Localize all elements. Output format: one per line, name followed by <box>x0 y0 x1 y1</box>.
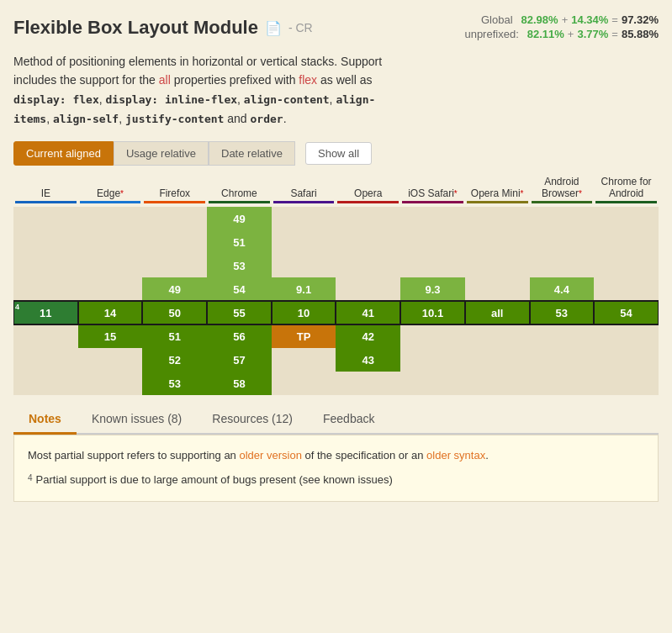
browser-header-android-browser: Android Browser* <box>530 172 595 207</box>
table-cell: 51 <box>207 230 272 254</box>
table-cell <box>78 277 143 301</box>
browser-header-safari: Safari <box>272 172 336 207</box>
table-cell <box>78 254 143 277</box>
table-cell <box>142 254 207 277</box>
table-cell <box>465 348 530 372</box>
bottom-tab-bar: Notes Known issues (8) Resources (12) Fe… <box>13 405 659 435</box>
table-cell: 43 <box>336 348 400 372</box>
table-cell: 56 <box>207 324 272 348</box>
desc-mid: properties prefixed with <box>171 73 299 87</box>
table-cell: all <box>465 301 530 324</box>
unprefixed-label: unprefixed: <box>464 28 518 40</box>
table-cell <box>400 348 465 372</box>
table-cell <box>78 230 143 254</box>
table-cell: 54 <box>594 301 659 324</box>
unprefixed-plus: + <box>568 28 574 40</box>
older-version-link[interactable]: older version <box>239 449 301 462</box>
table-cell <box>78 348 143 372</box>
table-cell: 57 <box>207 348 272 372</box>
table-cell: 49 <box>207 207 272 230</box>
table-cell <box>13 230 78 254</box>
unprefixed-green: 82.11% <box>527 28 564 40</box>
table-cell: 58 <box>207 372 272 395</box>
table-cell <box>13 372 78 395</box>
table-cell <box>530 372 595 395</box>
table-cell <box>465 277 530 301</box>
notes-area: Most partial support refers to supportin… <box>13 435 659 502</box>
compat-table-container: IEEdge*FirefoxChromeSafariOperaiOS Safar… <box>13 172 659 395</box>
table-cell <box>400 372 465 395</box>
title-row: Flexible Box Layout Module 📄 - CR Global… <box>13 13 659 42</box>
usage-relative-tab[interactable]: Usage relative <box>114 141 209 166</box>
table-cell: 53 <box>207 254 272 277</box>
partial-sup: 4 <box>28 472 33 485</box>
table-cell: 53 <box>142 372 207 395</box>
table-cell <box>13 207 78 230</box>
browser-header-opera: Opera <box>336 172 400 207</box>
table-cell <box>400 207 465 230</box>
table-cell: 51 <box>142 324 207 348</box>
document-icon: 📄 <box>265 20 282 36</box>
table-cell <box>530 324 595 348</box>
browser-header-chrome: Chrome <box>207 172 272 207</box>
date-relative-tab[interactable]: Date relative <box>209 141 295 166</box>
table-cell <box>336 207 400 230</box>
desc-all: all <box>159 73 171 87</box>
table-row: 49549.19.34.4 <box>13 277 659 301</box>
older-syntax-link[interactable]: older syntax <box>426 449 485 462</box>
table-cell <box>594 230 659 254</box>
table-cell <box>272 372 336 395</box>
page-title: Flexible Box Layout Module <box>13 17 258 39</box>
table-cell: 14 <box>78 301 143 324</box>
browser-header-firefox: Firefox <box>142 172 207 207</box>
global-label: Global <box>481 13 513 26</box>
global-eq: = <box>611 13 618 26</box>
table-cell: 9.3 <box>400 277 465 301</box>
table-cell: 49 <box>142 277 207 301</box>
table-cell <box>400 230 465 254</box>
global-green: 82.98% <box>521 13 558 26</box>
unprefixed-eq: = <box>611 28 618 40</box>
table-row: 5358 <box>13 372 659 395</box>
global-stats-row: Global 82.98% + 14.34% = 97.32% <box>464 13 659 26</box>
known-issues-tab[interactable]: Known issues (8) <box>77 405 197 435</box>
table-cell: 50 <box>142 301 207 324</box>
desc-flex: flex <box>299 73 317 87</box>
table-cell <box>13 348 78 372</box>
global-total: 97.32% <box>622 13 659 26</box>
global-lime: 14.34% <box>571 13 608 26</box>
table-cell <box>465 254 530 277</box>
table-cell <box>272 230 336 254</box>
table-cell <box>400 254 465 277</box>
table-cell <box>336 277 400 301</box>
table-cell <box>594 372 659 395</box>
unprefixed-stats-row: unprefixed: 82.11% + 3.77% = 85.88% <box>464 28 659 40</box>
table-cell: 52 <box>142 348 207 372</box>
global-plus: + <box>562 13 569 26</box>
table-cell <box>336 230 400 254</box>
table-row: 155156TP42 <box>13 324 659 348</box>
cr-badge: - CR <box>288 21 313 34</box>
stats-table: Global 82.98% + 14.34% = 97.32% unprefix… <box>464 13 659 42</box>
table-row: 49 <box>13 207 659 230</box>
table-cell <box>13 277 78 301</box>
feedback-tab[interactable]: Feedback <box>308 405 389 435</box>
unprefixed-total: 85.88% <box>622 28 659 40</box>
title-left: Flexible Box Layout Module 📄 - CR <box>13 17 313 39</box>
table-cell <box>530 348 595 372</box>
table-cell: TP <box>272 324 336 348</box>
table-cell <box>13 254 78 277</box>
table-cell <box>272 348 336 372</box>
notes-tab[interactable]: Notes <box>13 405 77 435</box>
table-cell: 54 <box>207 277 272 301</box>
browser-header-row: IEEdge*FirefoxChromeSafariOperaiOS Safar… <box>13 172 659 207</box>
table-cell <box>78 207 143 230</box>
table-cell: 42 <box>336 324 400 348</box>
table-cell: 4.4 <box>530 277 595 301</box>
resources-tab[interactable]: Resources (12) <box>197 405 308 435</box>
table-cell <box>465 207 530 230</box>
table-row: 53 <box>13 254 659 277</box>
table-cell <box>400 324 465 348</box>
current-aligned-tab[interactable]: Current aligned <box>13 141 114 166</box>
show-all-button[interactable]: Show all <box>305 142 372 165</box>
